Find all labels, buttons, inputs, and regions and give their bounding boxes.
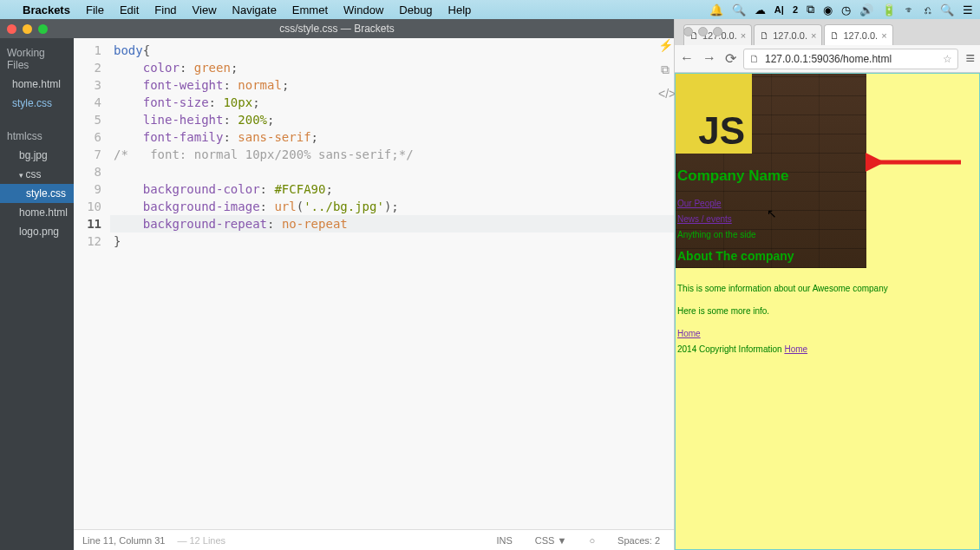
two-badge[interactable]: 2 <box>793 4 798 15</box>
spotlight-icon[interactable]: 🔍 <box>732 3 746 16</box>
browser-tab-3[interactable]: 🗋127.0.0.× <box>824 24 892 45</box>
browser-toolbar: ← → ⟳ 🗋 127.0.0.1:59036/home.html ☆ ≡ <box>675 45 980 73</box>
menu-edit[interactable]: Edit <box>120 3 139 16</box>
cloud-icon[interactable]: ☁ <box>755 3 766 16</box>
browser-close-button[interactable] <box>683 27 693 36</box>
menu-navigate[interactable]: Navigate <box>232 3 277 16</box>
editor-titlebar: css/style.css — Brackets <box>0 19 674 38</box>
about-paragraph-2: Here is some more info. <box>677 303 769 320</box>
working-file-style[interactable]: style.css <box>0 94 74 113</box>
browser-tabstrip: 🗋127.0.0.× 🗋127.0.0.× 🗋127.0.0.× <box>675 19 980 45</box>
menu-window[interactable]: Window <box>343 3 383 16</box>
address-bar[interactable]: 🗋 127.0.0.1:59036/home.html ☆ <box>743 49 958 69</box>
dropbox-icon[interactable]: ⧉ <box>807 3 814 16</box>
editor-title: css/style.css — Brackets <box>0 23 674 35</box>
battery-icon[interactable]: 🔋 <box>882 3 896 16</box>
adobe-icon[interactable]: A| <box>774 4 784 15</box>
code-icon[interactable]: </> <box>658 87 672 101</box>
editor-sidebar: Working Files home.html style.css htmlcs… <box>0 38 74 550</box>
about-paragraph-1: This is some information about our Aweso… <box>677 280 888 298</box>
close-icon[interactable]: × <box>811 30 816 41</box>
encoding-circle[interactable]: ○ <box>584 534 600 547</box>
close-icon[interactable]: × <box>881 30 886 41</box>
company-heading: Company Name <box>677 167 788 185</box>
rendered-page: JS Company Name Our People News / events… <box>675 73 980 550</box>
tree-logo-png[interactable]: logo.png <box>0 222 74 241</box>
working-file-home[interactable]: home.html <box>0 75 74 94</box>
insert-mode[interactable]: INS <box>492 534 518 547</box>
line-count: 12 Lines <box>189 535 225 546</box>
footer-home-link[interactable]: Home <box>784 344 807 354</box>
indent-mode[interactable]: Spaces: 2 <box>612 534 665 547</box>
tree-home-html[interactable]: home.html <box>0 203 74 222</box>
bookmark-icon[interactable]: ☆ <box>943 53 952 65</box>
macos-menubar: Brackets File Edit Find View Navigate Em… <box>0 0 980 19</box>
language-mode[interactable]: CSS ▼ <box>530 534 572 547</box>
footer: 2014 Copyright Information Home <box>677 341 807 358</box>
home-link[interactable]: Home <box>677 325 701 343</box>
wifi-icon[interactable]: ᯤ <box>905 3 916 16</box>
status-bar: Line 11, Column 31 — 12 Lines INS CSS ▼ … <box>74 529 674 550</box>
page-background-image: JS Company Name Our People News / events… <box>676 74 866 268</box>
back-button[interactable]: ← <box>680 50 694 67</box>
doc-icon: 🗋 <box>760 30 769 41</box>
nav-link-people[interactable]: Our People <box>677 195 722 213</box>
project-label[interactable]: htmlcss <box>0 125 74 146</box>
app-name[interactable]: Brackets <box>23 3 70 16</box>
window-maximize-button[interactable] <box>38 24 48 34</box>
working-files-label: Working Files <box>0 42 74 75</box>
js-logo: JS <box>676 74 752 154</box>
about-heading: About The company <box>677 247 794 265</box>
window-close-button[interactable] <box>7 24 16 34</box>
menu-emmet[interactable]: Emmet <box>292 3 328 16</box>
nav-link-news[interactable]: News / events <box>677 211 732 228</box>
sync-icon[interactable]: ◉ <box>823 3 833 16</box>
bolt-icon[interactable]: ⚡ <box>658 38 672 52</box>
menu-help[interactable]: Help <box>448 3 472 16</box>
search-icon[interactable]: 🔍 <box>940 3 954 16</box>
tree-css-folder[interactable]: css <box>0 165 74 184</box>
window-minimize-button[interactable] <box>23 24 32 34</box>
brackets-editor: css/style.css — Brackets Working Files h… <box>0 19 675 550</box>
menu-icon[interactable]: ☰ <box>963 3 973 16</box>
tree-style-css[interactable]: style.css <box>0 184 74 203</box>
menu-debug[interactable]: Debug <box>399 3 432 16</box>
doc-icon: 🗋 <box>830 30 840 41</box>
browser-tab-2[interactable]: 🗋127.0.0.× <box>754 24 822 45</box>
code-editor[interactable]: 123456789101112 body{ color: green; font… <box>74 38 674 529</box>
browser-menu-button[interactable]: ≡ <box>965 49 975 68</box>
bell-icon[interactable]: 🔔 <box>709 3 723 16</box>
forward-button[interactable]: → <box>702 50 716 67</box>
volume-icon[interactable]: 🔊 <box>859 3 873 16</box>
reload-button[interactable]: ⟳ <box>725 50 736 67</box>
cursor-position: Line 11, Column 31 <box>82 535 165 546</box>
browser-minimize-button[interactable] <box>698 27 708 36</box>
nav-text-side: Anything on the side <box>677 226 756 244</box>
close-icon[interactable]: × <box>741 30 746 41</box>
chrome-browser: 🗋127.0.0.× 🗋127.0.0.× 🗋127.0.0.× ← → ⟳ 🗋… <box>675 19 980 550</box>
menu-view[interactable]: View <box>193 3 217 16</box>
url-text: 127.0.0.1:59036/home.html <box>765 53 892 65</box>
browser-maximize-button[interactable] <box>713 27 722 36</box>
menu-file[interactable]: File <box>86 3 104 16</box>
bluetooth-icon[interactable]: ⎌ <box>924 3 931 16</box>
extensions-icon[interactable]: ⧉ <box>658 62 672 76</box>
tree-bg[interactable]: bg.jpg <box>0 146 74 165</box>
page-icon: 🗋 <box>749 53 760 65</box>
clock-icon[interactable]: ◷ <box>841 3 851 16</box>
menu-find[interactable]: Find <box>154 3 176 16</box>
